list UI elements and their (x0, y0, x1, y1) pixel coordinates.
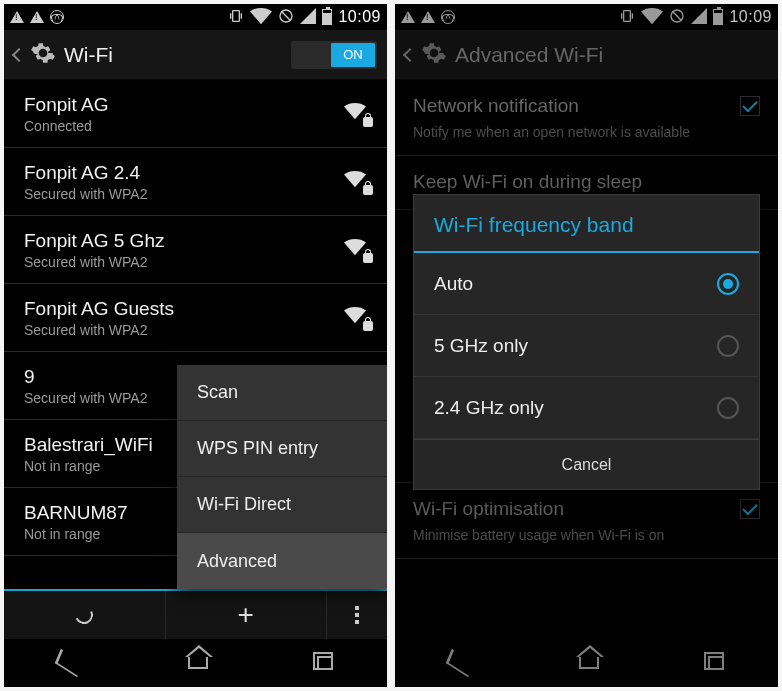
refresh-button[interactable] (4, 591, 166, 639)
nav-back-icon[interactable] (54, 649, 82, 677)
warning-icon (30, 11, 44, 23)
header: Wi-Fi ON (4, 30, 387, 80)
menu-item[interactable]: Wi-Fi Direct (177, 477, 387, 533)
network-status: Connected (24, 118, 341, 134)
add-network-button[interactable]: + (166, 591, 328, 639)
wifi-signal-icon (341, 306, 369, 329)
option-label: 5 GHz only (434, 335, 717, 357)
toggle-label: ON (343, 47, 363, 62)
overflow-button[interactable] (327, 591, 387, 639)
nav-recent-icon[interactable] (317, 656, 333, 670)
option-label: Auto (434, 273, 717, 295)
dialog-title: Wi-Fi frequency band (414, 195, 759, 253)
wifi-network-row[interactable]: Fonpit AG 2.4Secured with WPA2 (4, 148, 387, 216)
vibrate-icon (228, 8, 244, 27)
network-status: Secured with WPA2 (24, 186, 341, 202)
lock-icon (363, 253, 373, 263)
battery-icon (322, 9, 332, 25)
network-name: Fonpit AG Guests (24, 297, 341, 321)
dialog-option[interactable]: Auto (414, 253, 759, 315)
dialog-option[interactable]: 2.4 GHz only (414, 377, 759, 439)
menu-item[interactable]: WPS PIN entry (177, 421, 387, 477)
network-name: Fonpit AG 2.4 (24, 161, 341, 185)
overflow-menu: ScanWPS PIN entryWi-Fi DirectAdvanced (177, 365, 387, 589)
dots-icon (355, 606, 359, 624)
menu-item[interactable]: Scan (177, 365, 387, 421)
network-status: Secured with WPA2 (24, 254, 341, 270)
nav-bar (4, 639, 387, 687)
nav-home-icon[interactable] (188, 657, 208, 669)
dialog-option[interactable]: 5 GHz only (414, 315, 759, 377)
svg-rect-0 (233, 10, 240, 21)
network-name: Fonpit AG 5 Ghz (24, 229, 341, 253)
wifi-network-row[interactable]: Fonpit AG 5 GhzSecured with WPA2 (4, 216, 387, 284)
wifi-network-row[interactable]: Fonpit AGConnected (4, 80, 387, 148)
lock-icon (363, 185, 373, 195)
motorola-icon (50, 10, 64, 24)
dialog-cancel-button[interactable]: Cancel (414, 439, 759, 489)
wifi-network-row[interactable]: Fonpit AG GuestsSecured with WPA2 (4, 284, 387, 352)
wifi-toggle[interactable]: ON (291, 41, 377, 69)
frequency-band-dialog: Wi-Fi frequency band Auto5 GHz only2.4 G… (413, 194, 760, 490)
wifi-signal-icon (341, 102, 369, 125)
clock: 10:09 (338, 8, 381, 26)
plus-icon: + (238, 599, 254, 631)
wifi-signal-icon (341, 170, 369, 193)
radio-icon[interactable] (717, 273, 739, 295)
page-title: Wi-Fi (64, 43, 113, 67)
radio-icon[interactable] (717, 397, 739, 419)
wifi-icon (250, 7, 272, 28)
network-status: Secured with WPA2 (24, 322, 341, 338)
phone-right: 10:09 Advanced Wi-Fi Network notificatio… (395, 4, 778, 687)
signal-icon (300, 8, 316, 27)
radio-icon[interactable] (717, 335, 739, 357)
network-name: Fonpit AG (24, 93, 341, 117)
gear-icon[interactable] (30, 40, 56, 70)
action-bar: + (4, 589, 387, 639)
menu-item[interactable]: Advanced (177, 533, 387, 589)
wifi-signal-icon (341, 238, 369, 261)
cancel-label: Cancel (562, 456, 612, 474)
option-label: 2.4 GHz only (434, 397, 717, 419)
back-chevron-icon[interactable] (12, 47, 26, 61)
phone-left: 10:09 Wi-Fi ON Fonpit AGConnectedFonpit … (4, 4, 387, 687)
lock-icon (363, 117, 373, 127)
warning-icon (10, 11, 24, 23)
refresh-icon (73, 603, 96, 626)
data-icon (278, 8, 294, 27)
lock-icon (363, 321, 373, 331)
status-bar: 10:09 (4, 4, 387, 30)
